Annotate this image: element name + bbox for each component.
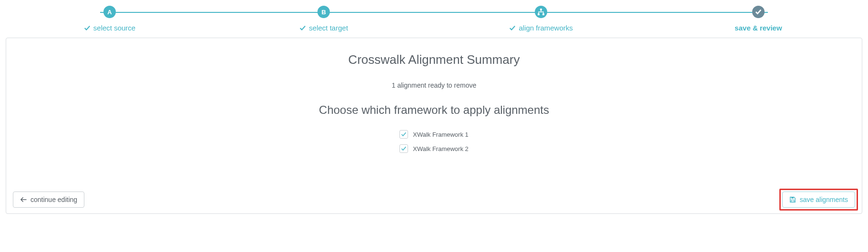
continue-editing-button[interactable]: continue editing: [13, 192, 84, 208]
step-label-row: save & review: [735, 24, 782, 32]
framework-list: XWalk Framework 1 XWalk Framework 2: [399, 130, 469, 153]
alignment-status: 1 alignment ready to remove: [6, 81, 862, 89]
step-label: save & review: [735, 24, 782, 32]
summary-panel: Crosswalk Alignment Summary 1 alignment …: [6, 38, 862, 214]
panel-title: Crosswalk Alignment Summary: [6, 52, 862, 67]
step-select-source[interactable]: A select source: [81, 6, 138, 32]
step-badge-a: A: [103, 6, 116, 18]
svg-rect-1: [538, 13, 540, 15]
framework-label: XWalk Framework 1: [413, 131, 469, 138]
stepper-line: [100, 12, 768, 13]
step-label: align frameworks: [519, 24, 572, 32]
check-icon: [299, 25, 306, 31]
svg-rect-0: [540, 9, 542, 10]
check-icon: [401, 131, 407, 137]
svg-rect-4: [791, 197, 793, 199]
check-icon: [755, 9, 762, 15]
step-label-row: select source: [84, 24, 135, 32]
checkbox[interactable]: [399, 130, 408, 139]
continue-editing-label: continue editing: [31, 196, 77, 203]
step-save-review[interactable]: save & review: [730, 6, 787, 32]
step-badge-b: B: [317, 6, 330, 18]
step-label-row: align frameworks: [509, 24, 572, 32]
framework-item[interactable]: XWalk Framework 1: [399, 130, 469, 139]
step-label-row: select target: [299, 24, 348, 32]
step-badge-sitemap: [535, 6, 547, 18]
choose-heading: Choose which framework to apply alignmen…: [6, 103, 862, 117]
save-alignments-button[interactable]: save alignments: [782, 192, 855, 208]
framework-label: XWalk Framework 2: [413, 145, 469, 152]
step-label: select target: [309, 24, 348, 32]
arrow-left-icon: [20, 197, 27, 202]
check-icon: [509, 25, 516, 31]
step-align-frameworks[interactable]: align frameworks: [509, 6, 572, 32]
sitemap-icon: [537, 8, 545, 16]
wizard-stepper: A select source B select target align fr…: [0, 0, 868, 32]
check-icon: [84, 25, 91, 31]
highlight-box: save alignments: [779, 189, 858, 211]
framework-item[interactable]: XWalk Framework 2: [399, 144, 469, 153]
check-icon: [401, 146, 407, 151]
step-badge-check: [752, 6, 765, 18]
step-label: select source: [93, 24, 135, 32]
save-alignments-label: save alignments: [800, 196, 848, 203]
svg-rect-2: [542, 13, 544, 15]
checkbox[interactable]: [399, 144, 408, 153]
save-icon: [789, 196, 796, 203]
step-select-target[interactable]: B select target: [295, 6, 352, 32]
